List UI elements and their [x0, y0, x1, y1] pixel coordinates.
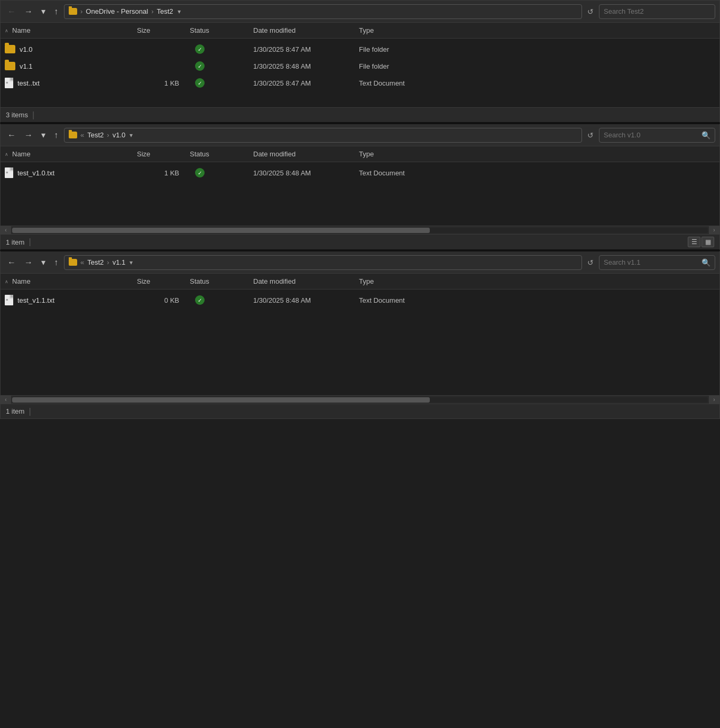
back-button-2[interactable]: ← — [5, 129, 19, 141]
address-path-3[interactable]: « Test2 › v1.1 ▾ — [64, 255, 582, 270]
column-headers-3: ∧ Name Size Status Date modified Type — [1, 274, 719, 290]
forward-button-3[interactable]: → — [22, 257, 35, 268]
folder-icon-path-2 — [69, 132, 77, 138]
col-size-label-2: Size — [137, 150, 150, 158]
h-scroll-right-2[interactable]: › — [709, 226, 719, 235]
address-bar-3: ← → ▾ ↑ « Test2 › v1.1 ▾ ↺ 🔍 — [1, 251, 719, 274]
path-dropdown-2[interactable]: ▾ — [127, 130, 135, 140]
h-scroll-right-3[interactable]: › — [709, 396, 719, 404]
path-dropdown-3[interactable]: ▾ — [127, 258, 135, 267]
col-status-label-2: Status — [190, 150, 209, 158]
col-status-header-2[interactable]: Status — [190, 150, 253, 158]
h-scroll-track-3[interactable] — [12, 397, 708, 403]
col-date-header-2[interactable]: Date modified — [253, 150, 359, 158]
path-dropdown-1[interactable]: ▾ — [176, 7, 183, 16]
view-buttons-2: ☰ ▦ — [688, 237, 714, 247]
table-row[interactable]: test_v1.0.txt 1 KB ✓ 1/30/2025 8:48 AM T… — [1, 164, 719, 181]
file-list-3: test_v1.1.txt 0 KB ✓ 1/30/2025 8:48 AM T… — [1, 290, 719, 395]
search-input-2[interactable] — [604, 131, 699, 139]
col-status-header-1[interactable]: Status — [190, 26, 253, 34]
col-name-header-3[interactable]: ∧ Name — [5, 277, 137, 285]
file-name-text: v1.0 — [20, 45, 33, 53]
folder-icon — [5, 45, 15, 53]
path-part-1-0: OneDrive - Personal — [86, 7, 148, 15]
file-date-cell: 1/30/2025 8:47 AM — [253, 79, 359, 87]
path-part-2-0: Test2 — [87, 131, 104, 139]
search-input-1[interactable] — [604, 7, 699, 15]
search-box-3: 🔍 — [599, 255, 715, 270]
search-input-3[interactable] — [604, 258, 699, 266]
column-headers-1: ∧ Name Size Status Date modified Type — [1, 23, 719, 39]
file-size-cell: 1 KB — [137, 79, 190, 87]
path-sep-3b: › — [107, 258, 109, 266]
file-name-cell: test..txt — [5, 78, 137, 88]
path-sep-2b: › — [107, 131, 109, 139]
col-name-header-2[interactable]: ∧ Name — [5, 150, 137, 158]
col-status-header-3[interactable]: Status — [190, 277, 253, 285]
search-button-3[interactable]: 🔍 — [701, 258, 710, 267]
sync-icon: ✓ — [195, 44, 205, 54]
status-divider-1: | — [32, 110, 34, 120]
sync-icon: ✓ — [195, 78, 205, 88]
folder-icon — [5, 62, 15, 70]
file-size-cell: 0 KB — [137, 296, 190, 304]
refresh-button-1[interactable]: ↺ — [585, 6, 596, 17]
dropdown-button-2[interactable]: ▾ — [39, 129, 48, 141]
col-size-header-2[interactable]: Size — [137, 150, 190, 158]
status-count-1: 3 items — [6, 111, 28, 119]
list-view-button-2[interactable]: ☰ — [688, 237, 700, 247]
file-list-2: test_v1.0.txt 1 KB ✓ 1/30/2025 8:48 AM T… — [1, 162, 719, 226]
status-bar-3: 1 item | — [1, 404, 719, 418]
path-sep-1: › — [80, 7, 82, 15]
file-status-cell: ✓ — [190, 61, 253, 71]
up-button-2[interactable]: ↑ — [51, 129, 61, 141]
col-type-label-3: Type — [359, 277, 374, 285]
refresh-button-3[interactable]: ↺ — [585, 257, 596, 268]
file-date-cell: 1/30/2025 8:48 AM — [253, 169, 359, 177]
col-name-header-1[interactable]: ∧ Name — [5, 26, 137, 34]
h-scrollbar-2[interactable]: ‹ › — [1, 226, 719, 234]
dropdown-button-1[interactable]: ▾ — [39, 5, 48, 17]
file-type-cell: File folder — [359, 45, 715, 53]
up-button-1[interactable]: ↑ — [51, 6, 61, 17]
address-bar-2: ← → ▾ ↑ « Test2 › v1.0 ▾ ↺ 🔍 — [1, 124, 719, 146]
col-type-header-1[interactable]: Type — [359, 26, 715, 34]
col-type-header-2[interactable]: Type — [359, 150, 715, 158]
col-status-label-1: Status — [190, 26, 209, 34]
back-button-1[interactable]: ← — [5, 6, 19, 17]
col-name-label-3: Name — [12, 277, 31, 285]
col-size-header-1[interactable]: Size — [137, 26, 190, 34]
window-1: ← → ▾ ↑ › OneDrive - Personal › Test2 ▾ … — [0, 0, 720, 123]
address-path-1[interactable]: › OneDrive - Personal › Test2 ▾ — [64, 4, 582, 19]
file-name-text: v1.1 — [20, 62, 33, 70]
folder-icon-path-1 — [69, 8, 77, 15]
h-scroll-left-2[interactable]: ‹ — [1, 226, 11, 235]
col-size-header-3[interactable]: Size — [137, 277, 190, 285]
table-row[interactable]: v1.1 ✓ 1/30/2025 8:48 AM File folder — [1, 58, 719, 74]
file-type-cell: Text Document — [359, 79, 715, 87]
col-date-header-1[interactable]: Date modified — [253, 26, 359, 34]
col-type-header-3[interactable]: Type — [359, 277, 715, 285]
table-row[interactable]: test..txt 1 KB ✓ 1/30/2025 8:47 AM Text … — [1, 74, 719, 91]
search-button-2[interactable]: 🔍 — [701, 131, 710, 139]
up-button-3[interactable]: ↑ — [51, 257, 61, 268]
dropdown-button-3[interactable]: ▾ — [39, 256, 48, 268]
file-name-cell: v1.1 — [5, 62, 137, 70]
address-path-2[interactable]: « Test2 › v1.0 ▾ — [64, 128, 582, 143]
h-scroll-left-3[interactable]: ‹ — [1, 396, 11, 404]
h-scroll-track-2[interactable] — [12, 228, 708, 233]
table-row[interactable]: test_v1.1.txt 0 KB ✓ 1/30/2025 8:48 AM T… — [1, 292, 719, 309]
forward-button-2[interactable]: → — [22, 129, 35, 141]
preview-view-button-2[interactable]: ▦ — [701, 237, 714, 247]
address-bar-1: ← → ▾ ↑ › OneDrive - Personal › Test2 ▾ … — [1, 1, 719, 23]
h-scrollbar-3[interactable]: ‹ › — [1, 395, 719, 404]
col-date-label-3: Date modified — [253, 277, 296, 285]
forward-button-1[interactable]: → — [22, 6, 35, 17]
col-size-label-1: Size — [137, 26, 150, 34]
refresh-button-2[interactable]: ↺ — [585, 130, 596, 141]
table-row[interactable]: v1.0 ✓ 1/30/2025 8:47 AM File folder — [1, 41, 719, 58]
col-date-header-3[interactable]: Date modified — [253, 277, 359, 285]
back-button-3[interactable]: ← — [5, 257, 19, 268]
status-count-2: 1 item — [6, 238, 24, 246]
file-type-cell: Text Document — [359, 296, 715, 304]
